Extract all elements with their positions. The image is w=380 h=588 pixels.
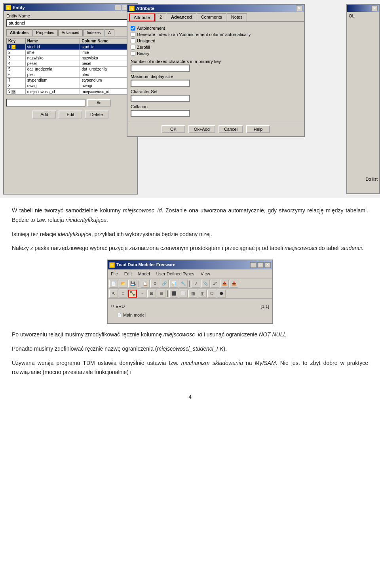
menu-file[interactable]: File [109,270,120,278]
toolbar-highlighted-btn[interactable] [128,290,137,298]
toolbar-btn10[interactable]: 📎 [201,280,210,288]
toolbar-btn5[interactable]: ⚙ [150,280,159,288]
toad-body: ⊟ ERD [1,1] 📄 Main model [108,299,272,323]
row-name: plec [25,72,80,78]
toolbar-open-btn[interactable]: 📂 [119,280,127,288]
table-row[interactable]: 6 plec plec [7,72,135,78]
tree-erd-value: [1,1] [261,303,269,310]
do-list-btn[interactable]: Do list [365,177,378,181]
cancel-button[interactable]: Cancel [218,125,243,133]
row-name: imie [25,50,80,55]
toolbar-btn22[interactable]: ⬢ [217,290,226,298]
svg-rect-1 [133,294,135,296]
table-row[interactable]: 9 FK miejscowosc_id miejscowosc_id [7,89,135,95]
toolbar-new-btn[interactable]: 📄 [109,280,118,288]
row-name: uwagi [25,83,80,89]
toad-toolbar-row2: ↖ □ → ⊞ ⊟ ⬛ ⬜ ▥ ◫ ⬡ ⬢ [108,289,272,299]
toolbar-btn11[interactable]: 🖊 [211,280,219,288]
number-indexed-input[interactable] [131,65,190,72]
tab-a[interactable]: A [104,29,114,36]
row-name: miejscowosc_id [25,89,80,95]
collation-input[interactable] [131,110,190,117]
toad-window: T Toad Data Modeler Freeware _ □ ✕ File … [107,260,273,324]
italic-miejscowosc: miejscowosc_id [123,207,162,214]
table-row[interactable]: 5 dat_urodzenia dat_urodzenia [7,67,135,72]
menu-edit[interactable]: Edit [123,270,133,278]
edit-button[interactable]: Edit [59,111,82,118]
table-row[interactable]: 2 imie imie [7,50,135,55]
autoincrement-checkbox[interactable] [131,26,135,31]
unsigned-checkbox[interactable] [131,38,135,43]
toolbar-btn13[interactable]: 📥 [230,280,238,288]
toad-close[interactable]: ✕ [264,262,271,268]
toolbar-btn12[interactable]: 📤 [220,280,229,288]
toolbar-btn15[interactable]: ⊞ [147,290,156,298]
tab-indexes[interactable]: Indexes [83,29,104,36]
toolbar-save-btn[interactable]: 💾 ▼ [128,280,137,288]
toolbar-btn16[interactable]: ⊟ [157,290,165,298]
entity-name-input[interactable] [6,19,135,27]
char-set-input[interactable] [131,95,190,102]
add-button[interactable]: Add [32,111,56,118]
row-num: 9 FK [7,89,26,95]
number-indexed-label: Number of indexed characters in a primar… [131,59,301,64]
delete-button[interactable]: Delete [85,111,108,118]
menu-user-defined-types[interactable]: User Defined Types [155,270,196,278]
table-row[interactable]: 4 pesel pesel [7,61,135,67]
toad-maximize[interactable]: □ [257,262,264,268]
row-name: stud_id [25,44,80,50]
tab-properties[interactable]: Properties [32,29,58,36]
generate-index-checkbox[interactable] [131,32,135,37]
entity-extra-input[interactable] [6,99,86,107]
attr-tab-2[interactable]: 2 [155,13,166,21]
ol-label: OL [349,13,355,18]
toolbar-btn6[interactable]: 🔗 [160,280,169,288]
attr-tab-attribute[interactable]: Attribute [129,13,155,21]
zerofill-checkbox[interactable] [131,45,135,50]
toolbar-btn14[interactable]: → [138,290,146,298]
toolbar-btn20[interactable]: ◫ [198,290,207,298]
col-header-column: Column Name [80,38,135,44]
ac-button[interactable]: Ac [87,99,111,107]
toolbar-arrow-btn[interactable]: ↖ [109,290,118,298]
right-panel-close[interactable]: ✕ [371,6,378,11]
table-row[interactable]: 3 nazwisko nazwisko [7,55,135,61]
toolbar-btn9[interactable]: ↗ [192,280,200,288]
toolbar-btn8[interactable]: 🔧 [179,280,188,288]
entity-name-label: Entity Name [6,13,135,18]
entity-minimize-btn[interactable]: _ [115,5,121,10]
ok-add-button[interactable]: Ok+Add [188,125,215,133]
attr-footer: OK Ok+Add Cancel Help [127,122,304,136]
tab-advanced[interactable]: Advanced [58,29,83,36]
toolbar-btn21[interactable]: ⬡ [207,290,216,298]
binary-checkbox[interactable] [131,51,135,56]
row-name: stypendium [25,78,80,83]
table-row[interactable]: 7 stypendium stypendium [7,78,135,83]
toolbar-btn7[interactable]: 📊 [169,280,178,288]
menu-view[interactable]: View [199,270,212,278]
max-display-input[interactable] [131,80,190,87]
table-row[interactable]: 8 uwagi uwagi [7,83,135,89]
entity-body: Entity Name Attributes Properties Advanc… [4,11,137,97]
toolbar-btn18[interactable]: ⬜ [179,290,188,298]
toolbar-btn4[interactable]: 📋 [141,280,150,288]
binary-label: Binary [137,51,149,56]
menu-model[interactable]: Model [137,270,152,278]
italic-myisam: MyISAM [255,360,276,366]
row-name: nazwisko [25,55,80,61]
attr-tab-notes[interactable]: Notes [227,13,247,21]
toolbar-btn17[interactable]: ⬛ [169,290,178,298]
tab-attributes[interactable]: Attributes [6,29,32,36]
attr-tab-comments[interactable]: Comments [197,13,226,21]
collation-label: Collation [131,104,301,109]
toolbar-btn19[interactable]: ▥ [188,290,197,298]
ok-button[interactable]: OK [162,125,185,133]
row-num: 6 [7,72,26,78]
table-row[interactable]: 1 🔑 stud_id stud_id [7,44,135,50]
attr-close-btn[interactable]: ✕ [296,6,302,11]
toad-minimize[interactable]: _ [250,262,256,268]
attr-tab-advanced[interactable]: Advanced [167,13,196,21]
help-button[interactable]: Help [246,125,270,133]
toolbar-select-btn[interactable]: □ [119,290,127,298]
attr-tabs-row: Attribute 2 Advanced Comments Notes [127,12,304,22]
